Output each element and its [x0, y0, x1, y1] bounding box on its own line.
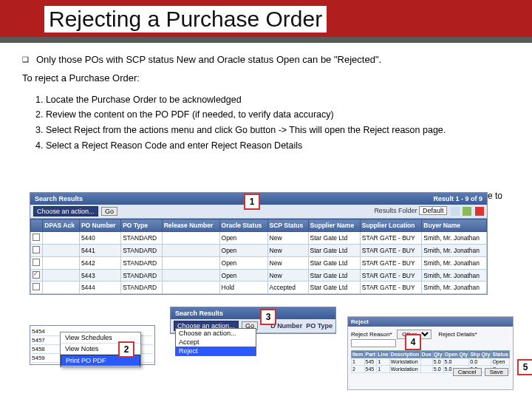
- row-checkbox[interactable]: [33, 271, 40, 279]
- step-2: 2. Review the content on the PO PDF (if …: [35, 108, 517, 122]
- bullet-text: Only those POs with SCP status New and O…: [36, 53, 381, 67]
- folder-select[interactable]: Default: [419, 206, 448, 215]
- body-text: ❑ Only those POs with SCP status New and…: [0, 43, 532, 86]
- dropdown-option[interactable]: Accept: [176, 338, 256, 347]
- instruction-text: To reject a Purchase Order:: [22, 72, 510, 86]
- action-dropdown[interactable]: Choose an action...AcceptReject: [175, 328, 256, 356]
- results-table: DPAS AckPO NumberPO TypeRelease NumberOr…: [30, 219, 487, 294]
- action-select[interactable]: Choose an action...: [33, 206, 98, 216]
- row-checkbox[interactable]: [33, 233, 40, 241]
- table-row[interactable]: 5442STANDARDOpenNewStar Gate LtdSTAR GAT…: [31, 257, 487, 270]
- edit-icon[interactable]: [463, 207, 471, 216]
- row-checkbox[interactable]: [33, 283, 40, 290]
- page-title: Rejecting a Purchase Order: [44, 6, 327, 33]
- panel-title: Search Results: [35, 195, 83, 202]
- step-3: 3. Select Reject from the actions menu a…: [35, 123, 517, 137]
- doc-icon[interactable]: [451, 207, 460, 216]
- reason-label: Reject Reason*: [351, 331, 395, 338]
- callout-1: 1: [244, 194, 260, 210]
- dropdown-option[interactable]: Choose an action...: [176, 329, 256, 338]
- col-header: Release Number: [162, 219, 219, 232]
- col-header: PO Number: [79, 219, 120, 232]
- step-1: 1. Locate the Purchase Order to be ackno…: [35, 93, 517, 107]
- col-header: PO Type: [121, 219, 163, 232]
- reject-reason-panel: Reject Reject Reason* Other Reject Detai…: [347, 316, 514, 390]
- step-4: 4. Select a Reject Reason Code and enter…: [35, 139, 517, 153]
- callout-4: 4: [405, 334, 421, 350]
- col-header: [31, 219, 43, 232]
- save-button[interactable]: Save: [485, 368, 508, 376]
- reject-header: Reject: [348, 317, 513, 327]
- dropdown-option[interactable]: Reject: [176, 347, 256, 355]
- folder-label: Results Folder: [374, 207, 417, 214]
- context-menu-shot: 5454545754585459 View SchedulesView Note…: [30, 325, 155, 365]
- row-checkbox[interactable]: [33, 259, 40, 266]
- detail-input[interactable]: [351, 339, 396, 347]
- col-b: PO Type: [306, 322, 332, 330]
- callout-5: 5: [517, 359, 532, 375]
- table-row[interactable]: 5441STANDARDOpenNewStar Gate LtdSTAR GAT…: [31, 245, 487, 257]
- callout-2: 2: [118, 341, 134, 358]
- result-count: Result 1 - 9 of 9: [433, 195, 482, 202]
- table-row: 15451Workstation5.05.00.0Open: [352, 358, 510, 366]
- table-row[interactable]: 5444STANDARDHoldAcceptedStar Gate LtdSTA…: [31, 282, 487, 294]
- col-header: Supplier Location: [360, 219, 422, 232]
- col-header: Supplier Name: [308, 219, 360, 232]
- col-header: Buyer Name: [422, 219, 487, 232]
- detail-label: Reject Details*: [438, 331, 482, 338]
- panel-title-3: Search Results: [175, 310, 223, 317]
- go-button[interactable]: Go: [101, 207, 117, 216]
- col-header: SCP Status: [267, 219, 308, 232]
- cancel-button[interactable]: Cancel: [453, 368, 482, 376]
- cutoff-text: e to: [488, 185, 532, 200]
- title-bar: Rejecting a Purchase Order: [0, 0, 532, 43]
- callout-3: 3: [260, 309, 276, 325]
- action-dropdown-shot: Search Results Choose an action... Go D …: [170, 307, 336, 334]
- col-header: Oracle Status: [219, 219, 267, 232]
- table-row[interactable]: 5440STANDARDOpenNewStar Gate LtdSTAR GAT…: [31, 232, 487, 245]
- bullet-icon: ❑: [22, 53, 29, 67]
- delete-icon[interactable]: [475, 207, 484, 216]
- row-checkbox[interactable]: [33, 246, 40, 253]
- table-row[interactable]: 5443STANDARDOpenNewStar Gate LtdSTAR GAT…: [31, 270, 487, 282]
- steps-list: 1. Locate the Purchase Order to be ackno…: [0, 86, 532, 153]
- col-header: DPAS Ack: [43, 219, 80, 232]
